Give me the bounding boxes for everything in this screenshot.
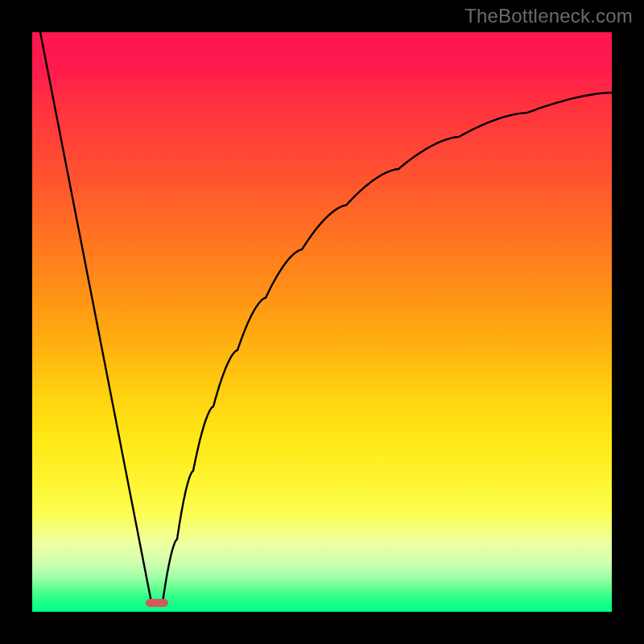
curve-layer [32, 32, 612, 612]
plot-area [32, 32, 612, 612]
red-marker [146, 599, 168, 607]
right-segment [163, 93, 612, 602]
left-segment [40, 32, 151, 602]
curve-group [40, 32, 612, 607]
chart-frame: TheBottleneck.com [0, 0, 644, 644]
watermark-text: TheBottleneck.com [464, 5, 633, 27]
